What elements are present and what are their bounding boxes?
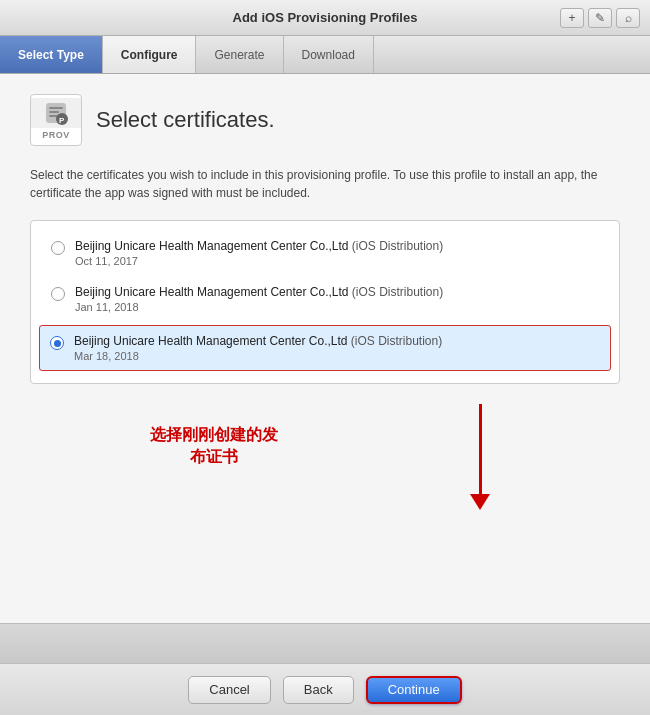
step-generate[interactable]: Generate: [196, 36, 283, 73]
step-configure[interactable]: Configure: [103, 36, 197, 73]
window-title: Add iOS Provisioning Profiles: [233, 10, 418, 25]
cert-date-1: Oct 11, 2017: [75, 255, 599, 267]
add-button[interactable]: +: [560, 8, 584, 28]
annotation-text: 选择刚刚创建的发布证书: [150, 424, 278, 469]
gray-zone: [0, 623, 650, 663]
cert-name-2: Beijing Unicare Health Management Center…: [75, 285, 599, 299]
cert-date-2: Jan 11, 2018: [75, 301, 599, 313]
cert-name-3: Beijing Unicare Health Management Center…: [74, 334, 600, 348]
cert-type-1: (iOS Distribution): [352, 239, 443, 253]
prov-icon-svg: P: [42, 99, 70, 127]
svg-text:P: P: [59, 116, 65, 125]
search-button[interactable]: ⌕: [616, 8, 640, 28]
section-header: P PROV Select certificates.: [30, 94, 620, 146]
annotation-area: 选择刚刚创建的发布证书: [30, 404, 620, 534]
titlebar: Add iOS Provisioning Profiles + ✎ ⌕: [0, 0, 650, 36]
step-download[interactable]: Download: [284, 36, 374, 73]
cert-type-2: (iOS Distribution): [352, 285, 443, 299]
main-content: P PROV Select certificates. Select the c…: [0, 74, 650, 623]
cert-radio-3[interactable]: [50, 336, 64, 350]
back-button[interactable]: Back: [283, 676, 354, 704]
cert-name-1: Beijing Unicare Health Management Center…: [75, 239, 599, 253]
certificate-list: Beijing Unicare Health Management Center…: [30, 220, 620, 384]
cert-info-2: Beijing Unicare Health Management Center…: [75, 285, 599, 313]
arrow-head: [470, 494, 490, 510]
footer: Cancel Back Continue: [0, 663, 650, 715]
svg-rect-1: [49, 107, 63, 109]
continue-button[interactable]: Continue: [366, 676, 462, 704]
cancel-button[interactable]: Cancel: [188, 676, 270, 704]
cert-info-3: Beijing Unicare Health Management Center…: [74, 334, 600, 362]
description-text: Select the certificates you wish to incl…: [30, 166, 620, 202]
stepbar: Select Type Configure Generate Download: [0, 36, 650, 74]
titlebar-actions: + ✎ ⌕: [560, 8, 640, 28]
cert-type-3: (iOS Distribution): [351, 334, 442, 348]
svg-rect-2: [49, 111, 59, 113]
cert-item-2[interactable]: Beijing Unicare Health Management Center…: [37, 277, 613, 321]
prov-icon-top: P: [31, 98, 81, 128]
cert-date-3: Mar 18, 2018: [74, 350, 600, 362]
prov-label: PROV: [42, 128, 70, 142]
cert-item-1[interactable]: Beijing Unicare Health Management Center…: [37, 231, 613, 275]
cert-info-1: Beijing Unicare Health Management Center…: [75, 239, 599, 267]
section-title: Select certificates.: [96, 107, 275, 133]
arrow-container: [470, 404, 490, 510]
step-select-type[interactable]: Select Type: [0, 36, 103, 73]
cert-item-3[interactable]: Beijing Unicare Health Management Center…: [39, 325, 611, 371]
cert-radio-2[interactable]: [51, 287, 65, 301]
cert-radio-1[interactable]: [51, 241, 65, 255]
arrow-line: [479, 404, 482, 494]
edit-button[interactable]: ✎: [588, 8, 612, 28]
prov-icon: P PROV: [30, 94, 82, 146]
